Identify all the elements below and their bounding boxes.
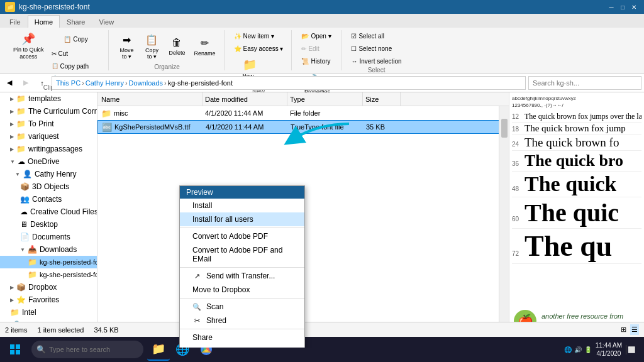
sidebar-item-intel[interactable]: 📁Intel [0,306,97,319]
sidebar-item-variquest[interactable]: ▶📁variquest [0,130,97,143]
window-controls: ─ □ ✕ [606,2,639,12]
ctx-convert-pdf[interactable]: Convert to Adobe PDF [180,229,304,243]
start-button[interactable] [3,337,28,362]
taskbar: 🔍 📁 🌐 🌐 🔊 🔋 11:44 AM 4/1/2020 ⬜ [0,337,644,362]
path-thispc: This PC [56,79,80,87]
forward-button[interactable]: ▶ [19,76,33,90]
col-header-name[interactable]: Name [99,92,203,106]
ctx-open-with[interactable]: Open with... [180,344,304,348]
open-button[interactable]: 📂Open ▾ [298,30,334,41]
tray-battery-icon[interactable]: 🔋 [584,346,592,353]
ctx-sep-2 [180,267,304,268]
path-folder: kg-she-persisted-font [168,79,233,87]
show-desktop-button[interactable]: ⬜ [626,345,636,354]
ctx-scan[interactable]: 🔍Scan [180,300,304,314]
sidebar-item-contacts[interactable]: 👥Contacts [0,193,97,206]
view-details-button[interactable]: ☰ [630,324,639,335]
sidebar-item-curriculum-corner[interactable]: ▶📁The Curriculum Corner [0,105,97,118]
pin-to-quick-access-button[interactable]: 📌 Pin to Quickaccess [10,30,47,63]
sidebar-item-3dobjects[interactable]: 📦3D Objects [0,180,97,193]
sidebar-item-cathyhenry[interactable]: ▼👤Cathy Henry [0,168,97,180]
copy-path-button[interactable]: 📋Copy path [48,60,104,72]
search-input[interactable] [528,76,641,90]
rename-button[interactable]: ✏ Rename [191,30,218,63]
ribbon: File Home Share View 📌 Pin to Quickacces… [0,14,644,74]
sidebar-item-documents[interactable]: 📄Documents [0,231,97,243]
taskbar-explorer-button[interactable]: 📁 [147,338,170,361]
tray-network-icon[interactable]: 🌐 [564,346,572,353]
sidebar-item-favorites[interactable]: ▶⭐Favorites [0,293,97,306]
svg-rect-4 [16,350,20,354]
sidebar-item-downloads[interactable]: ▼📥Downloads [0,243,97,256]
taskbar-clock[interactable]: 11:44 AM 4/1/2020 [596,341,622,358]
sidebar-item-writingpassages[interactable]: ▶📁writingpassages [0,143,97,155]
status-bar: 2 items 1 item selected 34.5 KB ⊞ ☰ [0,322,644,337]
up-button[interactable]: ↑ [35,76,49,90]
sidebar-item-creative-cloud[interactable]: ☁Creative Cloud Files [0,206,97,218]
path-cathyhenry: Cathy Henry [86,79,124,87]
sidebar-item-onedrive[interactable]: ▼☁OneDrive [0,155,97,168]
select-none-button[interactable]: ☐Select none [348,43,395,54]
preview-line-12: 12 The quick brown fox jumps over the la [512,111,641,123]
back-button[interactable]: ◀ [3,76,16,90]
view-icons-button[interactable]: ⊞ [619,324,628,335]
ctx-install[interactable]: Install [180,199,304,212]
tab-file[interactable]: File [3,15,28,28]
shred-icon: ✂ [192,317,201,325]
tab-view[interactable]: View [92,15,121,28]
file-name-misc: misc [114,109,128,117]
ribbon-content: 📌 Pin to Quickaccess 📋Copy ✂Cut 📋Copy pa… [0,28,644,73]
file-name-ttf: KgShePersistedMVsB.ttf [114,123,190,131]
sidebar-item-to-print[interactable]: ▶📁To Print [0,118,97,130]
col-header-size[interactable]: Size [363,92,401,106]
minimize-button[interactable]: ─ [606,2,616,12]
new-item-button[interactable]: ✨New item ▾ [231,30,277,41]
svg-rect-3 [10,350,14,354]
copy-button[interactable]: 📋Copy [48,31,104,47]
ctx-shred[interactable]: ✂Shred [180,314,304,327]
sidebar-item-kg-font-1[interactable]: 📁kg-she-persisted-fon... [0,256,97,268]
system-tray: 🌐 🔊 🔋 [564,346,592,353]
delete-button[interactable]: 🗑 Delete [165,30,188,63]
sidebar-item-templates[interactable]: ▶📁templates [0,92,97,105]
sidebar-item-desktop[interactable]: 🖥Desktop [0,218,97,231]
close-button[interactable]: ✕ [629,2,639,12]
preview-line-18: 18 The quick brown fox jump [512,123,641,135]
col-header-type[interactable]: Type [287,92,363,106]
ctx-convert-pdf-email[interactable]: Convert to Adobe PDF and EMail [180,243,304,266]
scrollbar-vertical[interactable] [499,106,509,348]
sidebar-item-dropbox[interactable]: ▶📦Dropbox [0,281,97,293]
tab-share[interactable]: Share [60,15,92,28]
ctx-share[interactable]: Share [180,331,304,344]
history-button[interactable]: 📜History [298,55,333,67]
ctx-sep-1 [180,228,304,228]
col-header-date[interactable]: Date modified [203,92,287,106]
copy-to-button[interactable]: 📋 Copyto ▾ [140,30,163,63]
taskbar-search-input[interactable] [31,341,143,358]
preview-line-60: 60 The quic [512,197,641,229]
path-downloads: Downloads [129,79,163,87]
select-all-button[interactable]: ☑Select all [348,30,387,41]
edit-button[interactable]: ✏Edit [298,43,322,54]
maximize-button[interactable]: □ [618,2,628,12]
status-item-count: 2 items [5,326,27,334]
file-size-ttf: 35 KB [364,123,401,131]
cut-button[interactable]: ✂Cut [48,48,104,59]
ribbon-group-organize: ➡ Moveto ▾ 📋 Copyto ▾ 🗑 Delete ✏ Rename … [110,30,224,70]
ribbon-group-clipboard: 📌 Pin to Quickaccess 📋Copy ✂Cut 📋Copy pa… [5,30,109,70]
ctx-install-all-users[interactable]: Install for all users [180,212,304,226]
scrollbar-thumb[interactable] [501,119,508,138]
sidebar-item-kg-font-2[interactable]: 📁kg-she-persisted-fon... [0,268,97,281]
sidebar: ▶📁templates ▶📁The Curriculum Corner ▶📁To… [0,92,97,348]
ctx-move-dropbox[interactable]: Move to Dropbox [180,283,304,297]
tab-home[interactable]: Home [28,15,60,28]
ctx-send-transfer[interactable]: ↗Send with Transfer... [180,269,304,283]
ribbon-group-select: ☑Select all ☐Select none ↔Invert selecti… [343,30,409,70]
status-selected: 1 item selected [37,326,84,334]
address-path[interactable]: This PC › Cathy Henry › Downloads › kg-s… [52,76,526,90]
easy-access-button[interactable]: ⭐Easy access ▾ [231,43,287,54]
charset-display: abcdefghijklmnopqrstuvwxyz 1234567890., … [512,95,641,109]
invert-selection-button[interactable]: ↔Invert selection [348,55,404,67]
move-to-button[interactable]: ➡ Moveto ▾ [115,30,138,63]
tray-sound-icon[interactable]: 🔊 [574,346,582,353]
